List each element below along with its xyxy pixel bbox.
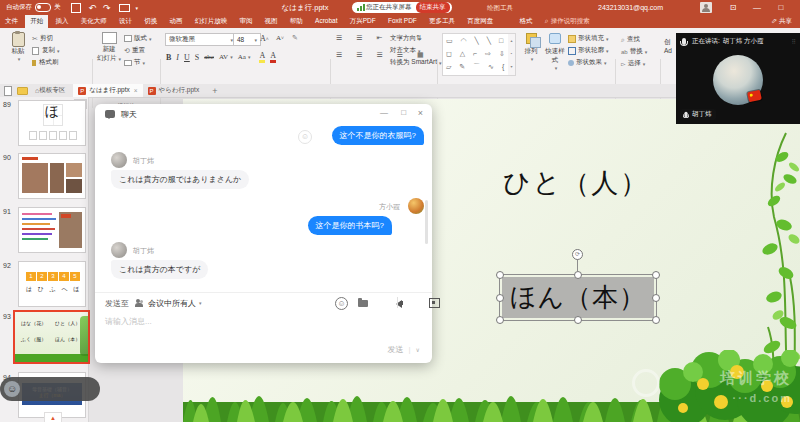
character-spacing-button[interactable]: AV▾	[219, 53, 233, 61]
resize-handle-n[interactable]	[574, 271, 582, 279]
chat-close-icon[interactable]: ×	[418, 108, 423, 118]
chat-scrollbar[interactable]	[425, 200, 428, 244]
doc-tab-2[interactable]: P やらわ行.pptx	[143, 84, 205, 97]
resize-handle-se[interactable]	[652, 316, 660, 324]
shape-gallery-scrollbar[interactable]: ▴▪▾	[508, 33, 516, 76]
arrange-button[interactable]: 排列▾	[520, 33, 542, 62]
close-doc-tab-icon[interactable]: ×	[134, 87, 138, 94]
account-email[interactable]: 243213031@qq.com	[598, 4, 663, 11]
resize-handle-nw[interactable]	[496, 271, 504, 279]
shape-gallery[interactable]: ▭ ◠ ╲ ╲ □ ○ ◻ △ ⌐ ⇨ ⇩ ▽ ▱ ✎ ⌒ ∿ { }	[442, 33, 511, 76]
find-button[interactable]: ⌕查找	[621, 35, 640, 44]
ribbon-display-options-icon[interactable]: ⊡	[726, 3, 740, 12]
redo-icon[interactable]: ↷	[103, 3, 111, 13]
font-color-button[interactable]: A	[270, 51, 276, 63]
strikethrough-button[interactable]: abc	[204, 53, 214, 61]
tell-me-search[interactable]: ⌕ 操作说明搜索	[540, 15, 595, 28]
tab-insert[interactable]: 插入	[50, 15, 73, 28]
doc-tab-1[interactable]: P なはま行.pptx ×	[73, 84, 142, 97]
chat-input[interactable]: 请输入消息...	[105, 316, 152, 327]
avatar-hudingwei[interactable]	[111, 152, 127, 168]
avatar-fangxiaoxia[interactable]	[408, 198, 424, 214]
screenshot-button[interactable]	[429, 298, 439, 307]
tab-meihuadashi[interactable]: 美化大师	[76, 15, 112, 28]
send-to-selector[interactable]: 发送至 会议中所有人 ▾	[105, 296, 202, 310]
new-tab-button[interactable]: +	[212, 86, 217, 96]
text-direction-button[interactable]: 文字方向▾	[390, 34, 421, 43]
tab-baidu-netdisk[interactable]: 百度网盘	[462, 15, 498, 28]
share-button[interactable]: ⬀ 共享	[771, 17, 792, 26]
new-document-icon[interactable]	[4, 86, 12, 96]
smartart-button[interactable]: 转换为 SmartArt▾	[390, 58, 441, 67]
align-text-button[interactable]: 对齐文本▾	[390, 46, 421, 55]
adobe-create-button[interactable]: 创Ad	[664, 38, 672, 54]
end-share-button[interactable]: 结束共享	[416, 2, 450, 13]
slide-text-hon[interactable]: ほん（本）	[502, 277, 654, 318]
tab-review[interactable]: 审阅	[234, 15, 257, 28]
shape-outline-button[interactable]: 形状轮廓▾	[568, 46, 609, 55]
resize-handle-s[interactable]	[574, 316, 582, 324]
bold-button[interactable]: B	[166, 53, 171, 62]
send-button[interactable]: 发送	[388, 344, 404, 355]
account-avatar[interactable]	[700, 2, 712, 13]
change-case-button[interactable]: Aa▾	[238, 53, 251, 61]
chat-title-bar[interactable]: 聊天 — □ ×	[95, 104, 432, 124]
select-button[interactable]: ▻选择▾	[621, 59, 645, 68]
emoji-button[interactable]: ☺	[335, 297, 348, 310]
autosave-toggle[interactable]	[35, 3, 51, 12]
format-painter-button[interactable]: 格式刷	[32, 58, 59, 67]
tab-transitions[interactable]: 切换	[139, 15, 162, 28]
tab-design[interactable]: 设计	[114, 15, 137, 28]
minimize-button[interactable]: —	[750, 3, 764, 12]
panel-scroll-down-button[interactable]: ▲	[44, 412, 62, 422]
open-folder-icon[interactable]	[17, 87, 28, 95]
tab-acrobat[interactable]: Acrobat	[310, 15, 342, 28]
slide-thumb-91[interactable]	[18, 207, 86, 253]
italic-button[interactable]: I	[176, 53, 179, 62]
slide-thumb-89[interactable]: ほ	[18, 100, 86, 146]
shape-effects-button[interactable]: 形状效果▾	[568, 58, 607, 67]
slideshow-icon[interactable]	[119, 4, 130, 12]
copy-button[interactable]: 复制▾	[32, 46, 60, 55]
resize-handle-e[interactable]	[652, 294, 660, 302]
shape-fill-button[interactable]: 形状填充▾	[568, 34, 609, 43]
resize-handle-sw[interactable]	[496, 316, 504, 324]
clear-formatting-icon[interactable]: ✎	[292, 34, 298, 42]
tab-view[interactable]: 视图	[260, 15, 283, 28]
resize-handle-w[interactable]	[496, 294, 504, 302]
add-reaction-icon[interactable]: ☺	[298, 130, 312, 144]
new-slide-button[interactable]: 新建幻灯片▾	[96, 32, 122, 63]
resize-handle-ne[interactable]	[652, 271, 660, 279]
shadow-button[interactable]: S	[195, 53, 199, 62]
drag-dots-icon[interactable]: ⠿	[792, 38, 796, 45]
tab-slideshow[interactable]: 幻灯片放映	[190, 15, 233, 28]
slide-thumb-92[interactable]: 1 2 3 4 5 は ひ ふ へ ほ	[18, 261, 86, 307]
save-icon[interactable]	[71, 3, 81, 13]
send-options-icon[interactable]: ∨	[416, 346, 420, 353]
text-highlight-button[interactable]: A	[259, 51, 265, 63]
underline-button[interactable]: U	[184, 53, 190, 62]
avatar-hudingwei[interactable]	[111, 242, 127, 258]
home-template-zone[interactable]: ⌂ 模板专区	[35, 86, 65, 95]
file-button[interactable]	[358, 298, 368, 307]
tab-foxit-pdf[interactable]: Foxit PDF	[383, 15, 422, 28]
quick-styles-button[interactable]: 快速样式▾	[544, 33, 566, 71]
grow-font-button[interactable]: A˄	[260, 34, 269, 43]
slide-thumb-90[interactable]	[18, 153, 86, 199]
section-button[interactable]: 节▾	[124, 58, 145, 67]
undo-icon[interactable]: ↶	[89, 3, 97, 13]
meeting-video-panel[interactable]: 正在讲话: 胡丁炜 方小霞 ⠿ 胡丁炜	[676, 33, 800, 124]
layout-button[interactable]: 版式▾	[124, 34, 152, 43]
font-name-select[interactable]: 微软雅黑▾	[165, 33, 237, 46]
chat-minimize-icon[interactable]: —	[380, 108, 388, 117]
tab-animations[interactable]: 动画	[164, 15, 187, 28]
tab-home[interactable]: 开始	[25, 15, 48, 28]
tab-wanxing-pdf[interactable]: 万兴PDF	[345, 15, 381, 28]
rotation-handle[interactable]: ⟳	[572, 249, 583, 260]
paste-button[interactable]: 粘贴▾	[6, 32, 30, 62]
cut-button[interactable]: ✂剪切	[32, 34, 53, 43]
shrink-font-button[interactable]: A˅	[276, 34, 284, 42]
reset-button[interactable]: ⟲重置	[124, 46, 145, 55]
slide-text-hito[interactable]: ひと（人）	[503, 165, 649, 201]
selected-textbox[interactable]: ほん（本） ⟳	[499, 274, 657, 321]
